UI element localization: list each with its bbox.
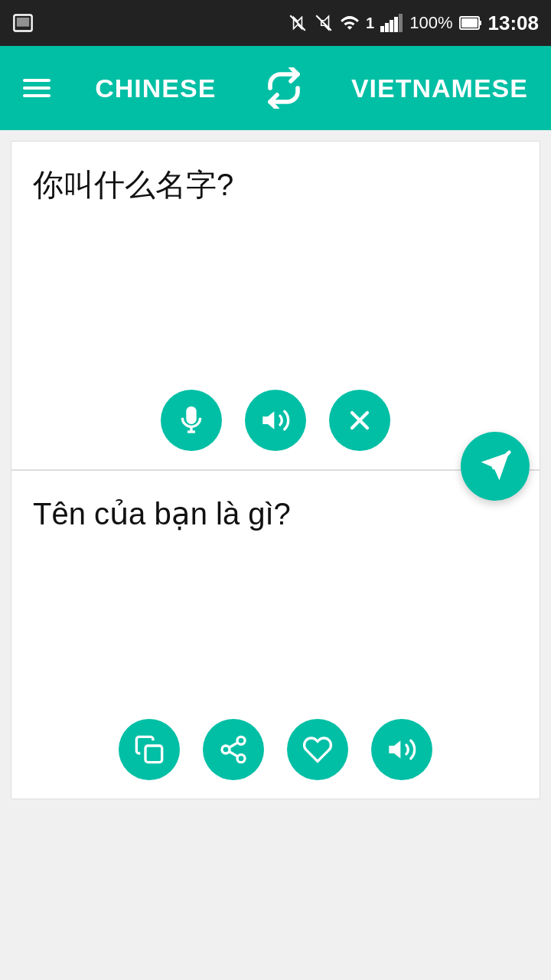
svg-line-2 xyxy=(290,15,305,31)
svg-point-18 xyxy=(237,737,245,744)
svg-point-19 xyxy=(222,746,230,753)
wifi-icon xyxy=(340,13,360,33)
clear-button[interactable] xyxy=(329,390,390,451)
swap-icon xyxy=(263,67,305,109)
source-panel-actions xyxy=(11,390,540,451)
svg-rect-5 xyxy=(385,23,389,32)
svg-rect-17 xyxy=(145,746,162,763)
svg-rect-8 xyxy=(399,14,403,32)
svg-marker-16 xyxy=(481,452,510,481)
bluetooth-icon xyxy=(288,13,308,33)
sound-muted-icon xyxy=(314,13,334,33)
source-language[interactable]: CHINESE xyxy=(95,74,216,103)
send-button[interactable] xyxy=(461,432,530,501)
screenshot-icon xyxy=(12,12,34,34)
favorite-button[interactable] xyxy=(287,719,348,780)
target-text[interactable]: Tên của bạn là gì? xyxy=(11,471,540,612)
target-panel-actions xyxy=(11,719,540,780)
svg-rect-11 xyxy=(461,18,478,28)
app-header: CHINESE VIETNAMESE xyxy=(0,46,551,130)
speaker-button-bottom[interactable] xyxy=(371,719,432,780)
status-time: 13:08 xyxy=(488,11,540,35)
svg-line-22 xyxy=(229,743,237,748)
speaker-icon-top xyxy=(260,405,291,436)
speaker-button-top[interactable] xyxy=(245,390,306,451)
target-language[interactable]: VIETNAMESE xyxy=(351,74,528,103)
status-bar: 1 100% 13:08 xyxy=(0,0,551,46)
svg-rect-7 xyxy=(394,17,398,32)
send-icon xyxy=(478,449,512,483)
signal-icon xyxy=(380,13,403,33)
status-right: 1 100% 13:08 xyxy=(288,11,539,35)
menu-button[interactable] xyxy=(23,79,51,97)
clear-icon xyxy=(344,405,375,436)
copy-icon xyxy=(134,734,165,765)
heart-icon xyxy=(302,734,333,765)
battery-icon xyxy=(459,15,482,31)
battery-text: 100% xyxy=(409,13,452,33)
svg-rect-1 xyxy=(17,18,29,27)
source-text-panel: 你叫什么名字? xyxy=(11,141,540,470)
svg-rect-4 xyxy=(380,26,384,32)
svg-line-21 xyxy=(229,752,237,757)
share-icon xyxy=(218,734,249,765)
microphone-icon xyxy=(176,405,207,436)
source-text[interactable]: 你叫什么名字? xyxy=(11,142,540,283)
svg-point-20 xyxy=(237,755,245,763)
microphone-button[interactable] xyxy=(161,390,222,451)
copy-button[interactable] xyxy=(119,719,180,780)
sim-icon: 1 xyxy=(366,15,374,32)
svg-rect-10 xyxy=(479,21,481,25)
status-left xyxy=(12,12,34,34)
svg-rect-6 xyxy=(390,20,393,32)
target-text-panel: Tên của bạn là gì? xyxy=(11,470,540,799)
speaker-icon-bottom xyxy=(386,734,417,765)
swap-languages-button[interactable] xyxy=(261,65,307,111)
share-button[interactable] xyxy=(203,719,264,780)
